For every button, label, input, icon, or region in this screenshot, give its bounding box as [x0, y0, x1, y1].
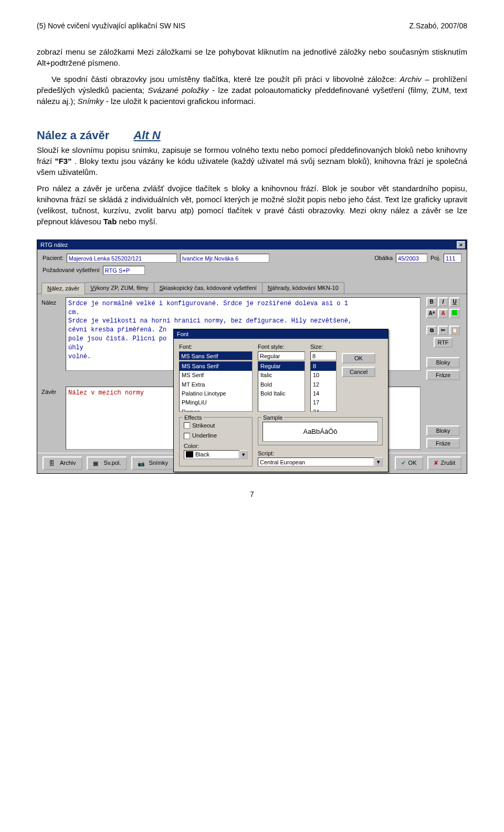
cut-icon[interactable]: ✂: [438, 326, 448, 335]
zaver-toolbar: Bloky Fráze: [424, 387, 463, 449]
sample-text: AaBbÁáÔô: [262, 422, 378, 442]
font-style-label: Font style:: [258, 343, 305, 351]
strikeout-checkbox[interactable]: Strikeout: [184, 422, 248, 430]
effects-title: Effects: [183, 414, 203, 422]
font-input[interactable]: MS Sans Serif: [179, 351, 253, 360]
font-listbox[interactable]: MS Sans Serif MS Serif MT Extra Palatino…: [179, 361, 253, 412]
font-dialog-titlebar: Font: [174, 329, 388, 339]
font-size-input[interactable]: 8: [310, 351, 337, 360]
font-label: Font:: [179, 343, 253, 351]
header-left: (5) Nové cvičení využívající aplikační S…: [37, 21, 185, 32]
font-size-label: Size:: [310, 343, 337, 351]
close-icon[interactable]: ×: [457, 241, 465, 248]
camera-icon: 📷: [138, 460, 146, 467]
font-size-listbox[interactable]: 8 10 12 14 17 24: [310, 361, 337, 412]
zaver-label: Závěr: [41, 387, 62, 396]
cancel-button[interactable]: ✘ Zrušit: [427, 456, 462, 470]
font-style-input[interactable]: Regular: [258, 351, 305, 360]
poj-input[interactable]: 111: [444, 254, 461, 263]
sample-title: Sample: [261, 414, 284, 422]
paragraph-2: Ve spodní části obrazovky jsou umístěny …: [37, 74, 467, 107]
color-swatch-icon: [186, 451, 193, 457]
font-cancel-button[interactable]: Cancel: [342, 367, 375, 377]
pozadovane-label: Požadované vyšetření: [43, 266, 100, 274]
window-title: RTG nález: [40, 241, 68, 249]
paste-icon[interactable]: 📋: [449, 326, 460, 335]
header-right: Z.Szabó, 2007/08: [409, 21, 467, 32]
section-title: Nález a závěr: [37, 129, 109, 142]
underline-button[interactable]: U: [449, 297, 460, 307]
script-label: Script:: [258, 450, 274, 456]
pozadovane-input[interactable]: RTG S+P: [103, 266, 145, 275]
nalez-label: Nález: [41, 297, 62, 307]
paragraph-4: Pro nález a závěr je určena zvlášť dvoji…: [37, 183, 467, 227]
italic-button[interactable]: I: [438, 297, 448, 307]
address-input[interactable]: Ivančice Mjr.Nováka 6: [180, 254, 269, 263]
highlight-button[interactable]: [449, 309, 460, 318]
color-combo[interactable]: Black ▾: [184, 450, 248, 459]
fraze-button[interactable]: Fráze: [426, 370, 460, 380]
script-combo[interactable]: Central European ▾: [258, 457, 383, 466]
obalka-input[interactable]: 45/2003: [396, 254, 427, 263]
paragraph-3: Slouží ke slovnímu popisu snímku, zapisu…: [37, 144, 467, 178]
paragraph-1: zobrazí menu se záložkami Mezi záložkami…: [37, 46, 467, 68]
snimky-button[interactable]: 📷 Snímky: [131, 456, 174, 470]
tab-nahrady[interactable]: Náhrady, kódování MKN-10: [262, 282, 344, 293]
sample-group: Sample AaBbÁáÔô: [258, 417, 383, 445]
font-ok-button[interactable]: OK: [342, 353, 375, 363]
chevron-down-icon[interactable]: ▾: [239, 450, 248, 459]
page-number: 7: [37, 490, 467, 500]
linked-items-icon: ▦: [93, 460, 101, 467]
font-dialog-title: Font: [177, 330, 188, 338]
tab-skiaskopicky[interactable]: Skiaskopický čas, kódované vyšetření: [154, 282, 262, 293]
copy-icon[interactable]: ⧉: [426, 326, 437, 335]
font-style-listbox[interactable]: Regular Italic Bold Bold Italic: [258, 361, 305, 412]
color-label: Color:: [184, 443, 199, 449]
poj-label: Poj.: [430, 254, 440, 262]
page-header: (5) Nové cvičení využívající aplikační S…: [37, 21, 467, 32]
section-heading: Nález a závěr Alt N: [37, 128, 467, 144]
tab-nalez-zaver[interactable]: Nález, závěr: [41, 283, 85, 294]
archive-icon: 🗄: [49, 460, 57, 467]
archiv-button[interactable]: 🗄 Archiv: [43, 456, 82, 470]
patient-input[interactable]: Majerová Lenka 525202/121: [67, 254, 177, 263]
zaver-bloky-button[interactable]: Bloky: [426, 425, 460, 436]
bold-button[interactable]: B: [426, 297, 437, 307]
ok-button[interactable]: ✔ OK: [395, 456, 423, 470]
obalka-label: Obálka: [374, 254, 393, 262]
font-size-button[interactable]: Aᴬ: [426, 309, 437, 318]
effects-group: Effects Strikeout Underline Color: Black…: [179, 417, 253, 466]
patient-label: Pacient:: [43, 254, 64, 262]
patient-fields: Pacient: Majerová Lenka 525202/121 Ivanč…: [37, 249, 467, 279]
check-icon: ✔: [401, 459, 406, 467]
bloky-button[interactable]: Bloky: [426, 357, 460, 368]
svpol-button[interactable]: ▦ Sv.pol.: [87, 456, 128, 470]
window-titlebar: RTG nález ×: [37, 240, 467, 249]
zaver-fraze-button[interactable]: Fráze: [426, 438, 460, 449]
font-color-button[interactable]: A: [438, 309, 448, 318]
format-toolbar: B I U Aᴬ A ⧉ ✂ 📋 RTF Bloky Fráze: [424, 297, 463, 380]
font-dialog: Font Font: MS Sans Serif MS Sans Serif M…: [173, 329, 388, 472]
cross-icon: ✘: [434, 459, 438, 467]
underline-checkbox[interactable]: Underline: [184, 432, 248, 440]
tabs-row: Nález, závěr Výkony ZP, ZUM, filmy Skias…: [37, 279, 467, 294]
tab-vykony[interactable]: Výkony ZP, ZUM, filmy: [85, 282, 154, 293]
screenshot-wrapper: RTG nález × Pacient: Majerová Lenka 5252…: [37, 240, 467, 473]
chevron-down-icon[interactable]: ▾: [374, 457, 383, 466]
section-hotkey: Alt N: [133, 129, 160, 142]
rtf-button[interactable]: RTF: [434, 337, 453, 348]
